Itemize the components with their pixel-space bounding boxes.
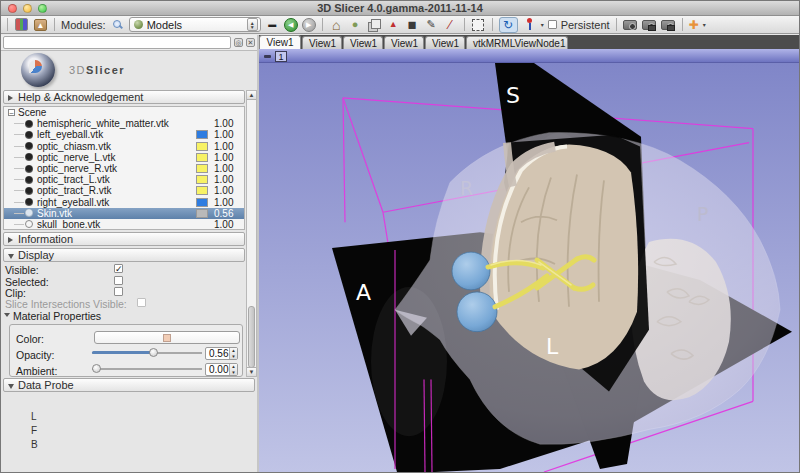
- visibility-eye-icon[interactable]: [25, 187, 33, 195]
- data-module-icon[interactable]: [367, 17, 382, 32]
- panel-pin-icon[interactable]: ◎: [234, 38, 243, 47]
- scene-item-row[interactable]: optic_tract_R.vtk1.00: [4, 185, 244, 196]
- scene-item-row[interactable]: left_eyeball.vtk1.00: [4, 129, 244, 140]
- extensions-dropdown-icon[interactable]: ▾: [703, 21, 706, 28]
- scene-item-row-selected[interactable]: Skin.vtk0.56: [4, 208, 244, 219]
- scene-item-row[interactable]: optic_tract_L.vtk1.00: [4, 174, 244, 185]
- ambient-label: Ambient:: [16, 365, 57, 377]
- color-swatch: [196, 153, 208, 162]
- toolbar-separator: [616, 18, 617, 31]
- extensions-icon[interactable]: ✚: [689, 18, 699, 32]
- scene-view-icon[interactable]: [642, 17, 657, 32]
- slicer-window: 3D Slicer 4.0.gamma-2011-11-14 ▲ Modules…: [0, 0, 800, 473]
- ambient-slider[interactable]: [92, 363, 202, 374]
- screenshot-icon[interactable]: [471, 17, 486, 32]
- place-fiducial-icon[interactable]: [522, 17, 537, 32]
- visibility-eye-icon[interactable]: [25, 220, 33, 228]
- editor-module-icon[interactable]: ✎: [424, 17, 439, 32]
- visible-checkbox[interactable]: ✓: [114, 264, 123, 273]
- display-section-header[interactable]: Display: [3, 248, 245, 262]
- capture-screenshot-icon[interactable]: [623, 17, 638, 32]
- view-tab-bar: View1 View1 View1 View1 View1 vtkMRMLVie…: [259, 35, 799, 49]
- tab-vtkmrmlviewnode[interactable]: vtkMRMLViewNode1: [466, 36, 568, 49]
- visibility-eye-icon[interactable]: [25, 165, 33, 173]
- toolbar-separator: [464, 18, 465, 31]
- orientation-label-superior: S: [506, 83, 520, 108]
- material-properties-group: Color: Opacity: 0.56 ▲▼ Ambient: 0.00 ▲▼: [9, 324, 243, 377]
- scene-item-row[interactable]: optic_chiasm.vtk1.00: [4, 141, 244, 152]
- tab-view1[interactable]: View1: [384, 36, 424, 49]
- selected-checkbox[interactable]: [114, 276, 123, 285]
- module-history-icon[interactable]: ▬: [265, 17, 280, 32]
- material-properties-header[interactable]: Material Properties: [13, 310, 101, 322]
- clip-label: Clip:: [5, 287, 26, 298]
- color-swatch: [196, 130, 208, 139]
- save-icon[interactable]: ▲: [33, 17, 48, 32]
- opacity-slider[interactable]: [92, 347, 202, 358]
- modules-label: Modules:: [61, 19, 106, 31]
- ambient-spinbox[interactable]: 0.00 ▲▼: [205, 363, 238, 376]
- markups-module-icon[interactable]: ▲: [386, 17, 401, 32]
- left-eyeball-model: [452, 252, 490, 290]
- toolbar-separator: [492, 18, 493, 31]
- selected-label: Selected:: [5, 276, 49, 287]
- panel-scrollbar[interactable]: ▲ ▼: [246, 90, 257, 377]
- opacity-spinbox[interactable]: 0.56 ▲▼: [205, 347, 238, 360]
- data-probe-row-b: B: [31, 438, 38, 452]
- visibility-eye-icon[interactable]: [25, 142, 33, 150]
- home-module-icon[interactable]: ⌂: [329, 17, 344, 32]
- visibility-eye-icon[interactable]: [25, 120, 33, 128]
- threed-canvas[interactable]: S R A L P: [259, 63, 799, 472]
- scene-item-row[interactable]: hemispheric_white_matter.vtk1.00: [4, 118, 244, 129]
- color-chip: [163, 334, 171, 342]
- load-data-icon[interactable]: [14, 17, 29, 32]
- color-swatch: [196, 142, 208, 151]
- color-swatch: [196, 209, 208, 218]
- information-section-header[interactable]: Information: [3, 232, 245, 246]
- module-back-icon[interactable]: ◀: [284, 18, 298, 32]
- scrollbar-thumb[interactable]: [248, 306, 255, 368]
- scene-item-row[interactable]: optic_nerve_R.vtk1.00: [4, 163, 244, 174]
- visibility-eye-icon[interactable]: [25, 198, 33, 206]
- models-module-icon: [134, 20, 143, 29]
- volume-rendering-icon[interactable]: ◼: [405, 17, 420, 32]
- visibility-eye-icon[interactable]: [25, 131, 33, 139]
- view-menu-icon[interactable]: [264, 55, 271, 58]
- orientation-label-right: R: [460, 177, 473, 199]
- main-toolbar: ▲ Modules: Models ▲▼ ▬ ◀ ▶ ⌂ ● ▲ ◼ ✎ ∕ ↻…: [1, 16, 799, 34]
- models-favorite-icon[interactable]: ●: [348, 17, 363, 32]
- module-search-icon[interactable]: [110, 17, 125, 32]
- clip-checkbox[interactable]: [114, 287, 123, 296]
- title-bar: 3D Slicer 4.0.gamma-2011-11-14: [1, 1, 799, 16]
- scene-item-row[interactable]: right_eyeball.vtk1.00: [4, 197, 244, 208]
- module-panel: ◎ ✕ 3DSlicer Help & Acknowledgement – Sc…: [1, 35, 259, 472]
- visibility-eye-icon[interactable]: [25, 176, 33, 184]
- orientation-label-posterior: P: [697, 203, 708, 225]
- expander-icon[interactable]: –: [8, 109, 15, 116]
- ruler-icon[interactable]: ∕: [443, 17, 458, 32]
- scene-view-restore-icon[interactable]: [661, 17, 676, 32]
- panel-close-icon[interactable]: ✕: [246, 38, 255, 47]
- color-picker-button[interactable]: [94, 331, 240, 344]
- tab-view1-active[interactable]: View1: [259, 35, 301, 49]
- place-mode-dropdown-icon[interactable]: ▾: [541, 21, 544, 28]
- tab-view1[interactable]: View1: [343, 36, 383, 49]
- rotate-mode-icon[interactable]: ↻: [499, 17, 518, 33]
- view-controller-bar[interactable]: 1: [259, 49, 799, 63]
- data-probe-section-header[interactable]: Data Probe: [3, 378, 255, 392]
- scene-item-row[interactable]: skull_bone.vtk1.00: [4, 219, 244, 230]
- visibility-eye-icon[interactable]: [25, 209, 33, 217]
- visibility-eye-icon[interactable]: [25, 153, 33, 161]
- help-section-header[interactable]: Help & Acknowledgement: [3, 90, 245, 104]
- tab-view1[interactable]: View1: [425, 36, 465, 49]
- data-probe-row-l: L: [31, 410, 38, 424]
- module-selector[interactable]: Models ▲▼: [129, 17, 261, 32]
- visible-label: Visible:: [5, 264, 39, 275]
- scene-root-row[interactable]: – Scene: [4, 107, 244, 118]
- persistent-label: Persistent: [561, 19, 610, 31]
- scene-item-row[interactable]: optic_nerve_L.vtk1.00: [4, 152, 244, 163]
- module-forward-icon[interactable]: ▶: [302, 18, 316, 32]
- tab-view1[interactable]: View1: [302, 36, 342, 49]
- slice-intersections-checkbox[interactable]: [137, 298, 146, 307]
- persistent-checkbox[interactable]: [548, 20, 557, 29]
